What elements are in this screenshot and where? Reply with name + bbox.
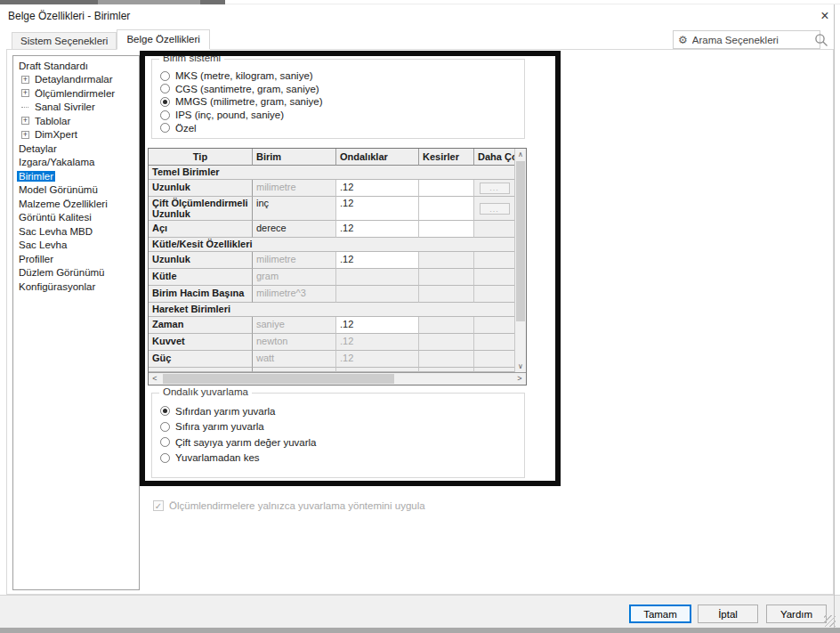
- table-row[interactable]: Açıderece.12: [149, 221, 514, 238]
- cell-kesir[interactable]: [419, 180, 474, 197]
- sidebar-item-izgara-yakalama[interactable]: Izgara/Yakalama: [13, 156, 139, 170]
- sidebar-item-düzlem-görünümü[interactable]: Düzlem Görünümü: [13, 266, 139, 280]
- cell-birim[interactable]: watt: [253, 351, 336, 368]
- radio-option-mks[interactable]: MKS (metre, kilogram, saniye): [160, 69, 524, 83]
- sidebar-item-tablolar[interactable]: +Tablolar: [13, 114, 139, 128]
- cancel-button[interactable]: İptal: [698, 605, 758, 623]
- cell-birim[interactable]: milimetre: [253, 180, 336, 197]
- sidebar-item-birimler[interactable]: Birimler: [13, 169, 139, 183]
- cell-birim[interactable]: inç: [253, 197, 336, 221]
- search-input[interactable]: ⚙ Arama Seçenekleri: [673, 30, 820, 49]
- scroll-left-icon[interactable]: <: [149, 373, 161, 385]
- expand-icon[interactable]: +: [21, 76, 29, 84]
- sidebar-item-draft-standardı[interactable]: Draft Standardı: [13, 59, 139, 73]
- help-button[interactable]: Yardım: [766, 605, 827, 623]
- cell-kesir[interactable]: [419, 221, 474, 238]
- tab-belge-ozellikleri[interactable]: Belge Özellikleri: [117, 29, 209, 50]
- gear-icon[interactable]: ⚙: [678, 35, 688, 45]
- cell-ondalik[interactable]: .12: [336, 252, 419, 269]
- cell-ondalik[interactable]: .12: [336, 180, 419, 197]
- column-header-tip[interactable]: Tip: [149, 149, 253, 166]
- cell-ondalik[interactable]: .12: [336, 334, 419, 351]
- scroll-up-icon[interactable]: ∧: [515, 149, 526, 160]
- table-row[interactable]: Birim Hacim Başınamilimetre^3: [149, 286, 514, 303]
- column-header-ondalıklar[interactable]: Ondalıklar: [336, 149, 419, 166]
- cell-birim[interactable]: milimetre: [253, 252, 336, 269]
- ok-button[interactable]: Tamam: [629, 605, 691, 623]
- cell-kesir[interactable]: [419, 269, 474, 286]
- cell-ondalik[interactable]: .12: [336, 197, 419, 221]
- sidebar-item-konfigürasyonlar[interactable]: Konfigürasyonlar: [13, 280, 139, 294]
- horizontal-scrollbar[interactable]: < >: [149, 372, 526, 385]
- table-row[interactable]: Kütlegram: [149, 269, 514, 286]
- cell-ondalik[interactable]: [336, 286, 419, 303]
- horizontal-scrollbar-thumb[interactable]: [163, 374, 394, 384]
- cell-birim[interactable]: newton: [253, 334, 336, 351]
- apply-rounding-checkbox[interactable]: ✓ Ölçümlendirmelere yalnızca yuvarlama y…: [153, 500, 425, 511]
- column-header-daha-çok[interactable]: Daha Çok: [474, 149, 514, 166]
- table-row[interactable]: Kuvvetnewton.12: [149, 334, 514, 351]
- cell-ondalik[interactable]: .12: [336, 221, 419, 238]
- radio-option-ips[interactable]: IPS (inç, pound, saniye): [160, 109, 524, 122]
- cell-kesir[interactable]: [419, 286, 474, 303]
- column-header-kesirler[interactable]: Kesirler: [419, 149, 474, 166]
- sidebar-item-profiller[interactable]: Profiller: [13, 252, 139, 266]
- table-row[interactable]: [149, 368, 514, 372]
- vertical-scrollbar[interactable]: ∧ ∨: [514, 149, 526, 372]
- more-options-button[interactable]: ...: [480, 203, 510, 215]
- sidebar-item-detaylar[interactable]: Detaylar: [13, 142, 139, 156]
- cell-kesir[interactable]: [419, 317, 474, 334]
- cell-birim[interactable]: saniye: [253, 317, 336, 334]
- cell-kesir[interactable]: [419, 351, 474, 368]
- table-row[interactable]: Uzunlukmilimetre.12: [149, 252, 514, 269]
- radio-option-çift[interactable]: Çift sayıya yarım değer yuvarla: [160, 434, 524, 450]
- cell-birim[interactable]: gram: [253, 269, 336, 286]
- cell-ondalik[interactable]: [336, 269, 419, 286]
- radio-option-cgs[interactable]: CGS (santimetre, gram, saniye): [160, 83, 524, 96]
- table-row[interactable]: Çift Ölçümlendirmeli Uzunlukinç.12...: [149, 197, 514, 221]
- scroll-down-icon[interactable]: ∨: [515, 361, 526, 372]
- sidebar-item-görüntü-kalitesi[interactable]: Görüntü Kalitesi: [13, 211, 139, 225]
- close-button[interactable]: ×: [815, 6, 835, 26]
- cell-kesir[interactable]: [419, 368, 474, 372]
- cell-birim[interactable]: derece: [253, 221, 336, 238]
- cell-ondalik[interactable]: .12: [336, 317, 419, 334]
- tab-sistem-secenekleri[interactable]: Sistem Seçenekleri: [12, 32, 117, 49]
- cell-birim[interactable]: [253, 368, 336, 372]
- table-row[interactable]: Uzunlukmilimetre.12...: [149, 180, 514, 197]
- radio-option-sıfıra[interactable]: Sıfıra yarım yuvarla: [160, 419, 524, 435]
- cell-kesir[interactable]: [419, 197, 474, 221]
- sidebar-item-malzeme-özellikleri[interactable]: Malzeme Özellikleri: [13, 197, 139, 211]
- expand-icon[interactable]: +: [21, 89, 29, 97]
- vertical-scrollbar-thumb[interactable]: [516, 161, 525, 321]
- cell-tip: Güç: [149, 351, 253, 368]
- cell-ondalik[interactable]: [336, 368, 419, 372]
- table-section-row: Kütle/Kesit Özellikleri: [149, 238, 514, 252]
- more-options-button[interactable]: ...: [480, 183, 510, 194]
- sidebar-item-sac-levha-mbd[interactable]: Sac Levha MBD: [13, 224, 139, 239]
- radio-option-yuvarlamadan[interactable]: Yuvarlamadan kes: [160, 450, 524, 467]
- cell-kesir[interactable]: [419, 334, 474, 351]
- expand-icon[interactable]: +: [21, 131, 29, 139]
- column-header-birim[interactable]: Birim: [253, 149, 336, 166]
- radio-option-mmgs[interactable]: MMGS (milimetre, gram, saniye): [160, 95, 524, 109]
- sidebar-item-sanal-sivriler[interactable]: Sanal Sivriler: [13, 101, 139, 115]
- section-label: Hareket Birimleri: [149, 303, 514, 314]
- tree-connector: [21, 103, 29, 111]
- cell-ondalik[interactable]: .12: [336, 351, 419, 368]
- expand-icon[interactable]: +: [21, 117, 29, 125]
- table-section-row: Hareket Birimleri: [149, 303, 514, 317]
- radio-option-sıfırdan[interactable]: Sıfırdan yarım yuvarla: [160, 403, 524, 419]
- sidebar-item-sac-levha[interactable]: Sac Levha: [13, 239, 139, 253]
- sidebar-item-model-görünümü[interactable]: Model Görünümü: [13, 183, 139, 198]
- cell-birim[interactable]: milimetre^3: [253, 286, 336, 303]
- search-button[interactable]: [812, 31, 830, 48]
- table-row[interactable]: Güçwatt.12: [149, 351, 514, 368]
- table-row[interactable]: Zamansaniye.12: [149, 317, 514, 334]
- cell-kesir[interactable]: [419, 252, 474, 269]
- sidebar-item-ölçümlendirmeler[interactable]: +Ölçümlendirmeler: [13, 86, 139, 101]
- radio-option-özel[interactable]: Özel: [160, 121, 524, 134]
- sidebar-item-dimxpert[interactable]: +DimXpert: [13, 128, 139, 142]
- sidebar-item-detaylandırmalar[interactable]: +Detaylandırmalar: [13, 73, 139, 87]
- scroll-right-icon[interactable]: >: [513, 373, 526, 385]
